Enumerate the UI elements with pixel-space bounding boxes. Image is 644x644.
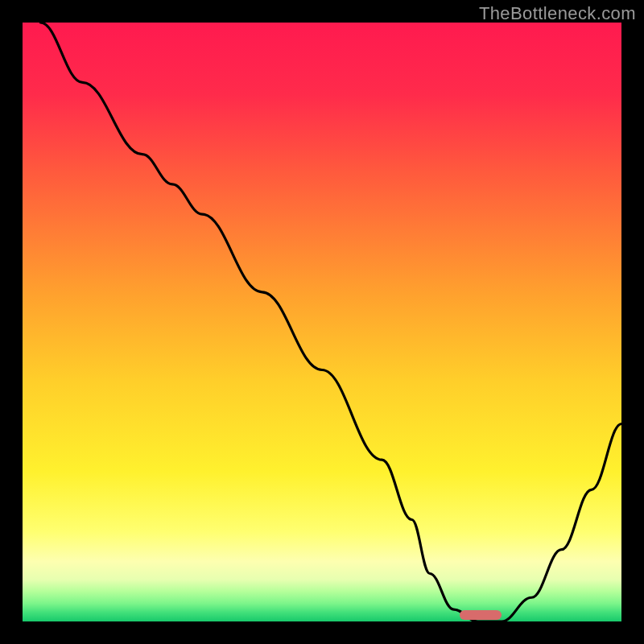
curve-path <box>40 23 621 621</box>
bottleneck-curve <box>23 23 621 621</box>
attribution-label: TheBottleneck.com <box>479 3 636 24</box>
optimal-range-marker <box>460 610 502 620</box>
chart-frame: TheBottleneck.com <box>0 0 644 644</box>
plot-area <box>23 23 621 621</box>
